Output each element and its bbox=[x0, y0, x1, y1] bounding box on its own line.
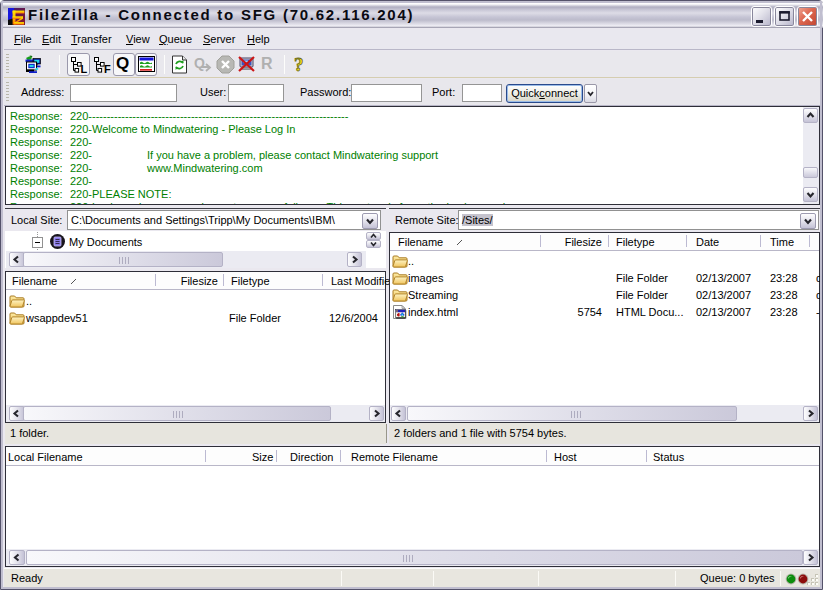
svg-text:L: L bbox=[81, 63, 88, 74]
svg-text:F: F bbox=[104, 63, 111, 74]
svg-text:?: ? bbox=[294, 54, 304, 75]
